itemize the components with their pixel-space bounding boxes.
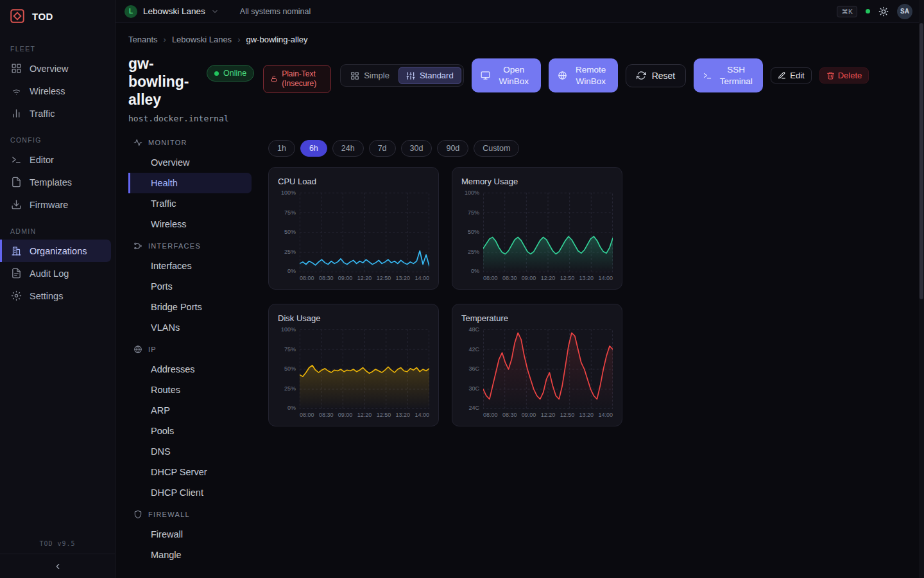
device-nav-item-mangle[interactable]: Mangle [128,545,252,565]
time-range-1h[interactable]: 1h [268,140,295,157]
sidebar-item-firmware[interactable]: Firmware [0,193,111,216]
sidebar-section-admin: ADMIN [10,227,105,235]
command-palette-shortcut[interactable]: ⌘K [837,6,857,17]
chart-x-axis: 08:0008:3009:0012:2012:5013:2014:00 [483,275,613,281]
view-mode-standard[interactable]: Standard [398,67,461,84]
delete-button[interactable]: Delete [819,67,869,83]
breadcrumb-item-tenants[interactable]: Tenants [128,35,158,44]
time-range-custom[interactable]: Custom [474,140,519,157]
device-nav-item-dhcp-client[interactable]: DHCP Client [128,482,252,503]
time-range-24h[interactable]: 24h [332,140,364,157]
globe-icon [133,345,142,354]
download-icon [11,199,22,210]
shield-icon [133,510,142,519]
doc-icon [11,268,22,279]
sidebar-item-label: Wireless [30,86,65,96]
refresh-icon [637,71,646,80]
time-range-6h[interactable]: 6h [300,140,327,157]
time-range-30d[interactable]: 30d [401,140,432,157]
device-nav-item-dhcp-server[interactable]: DHCP Server [128,462,252,482]
edit-button[interactable]: Edit [771,67,811,83]
tenant-selector[interactable]: Lebowski Lanes [143,6,205,16]
chart-title: Disk Usage [278,313,429,323]
scrollbar-thumb[interactable] [920,23,923,299]
device-nav-item-routes[interactable]: Routes [128,380,252,400]
health-status-dot [866,9,870,13]
sidebar-collapse-button[interactable] [0,554,115,578]
device-nav-item-traffic[interactable]: Traffic [128,193,252,214]
device-nav-section-firewall: FIREWALL [128,503,252,524]
chart-card-memory-usage: Memory Usage100%75%50%25%0%08:0008:3009:… [452,167,622,290]
page-scrollbar[interactable] [919,0,924,578]
chart-y-axis: 48C42C36C30C24C [461,326,483,411]
app-root: { "app": { "name": "TOD", "version": "TO… [0,0,924,578]
chart-title: Memory Usage [461,177,613,186]
breadcrumb-item-lebowski-lanes[interactable]: Lebowski Lanes [172,35,232,44]
ssh-terminal-button[interactable]: SSH Terminal [694,58,763,92]
device-nav-item-arp[interactable]: ARP [128,400,252,421]
view-mode-simple[interactable]: Simple [343,67,397,84]
app-name: TOD [32,11,53,22]
device-nav-item-wireless[interactable]: Wireless [128,214,252,234]
device-nav-item-interfaces[interactable]: Interfaces [128,256,252,276]
sidebar-item-wireless[interactable]: Wireless [0,80,111,102]
security-warning-label: Plain-Text (Insecure) [282,69,324,89]
charts-column: 1h6h24h7d30d90dCustom CPU Load100%75%50%… [268,131,622,565]
device-nav-item-firewall[interactable]: Firewall [128,524,252,545]
sidebar-item-audit-log[interactable]: Audit Log [0,262,111,285]
sidebar-item-templates[interactable]: Templates [0,171,111,193]
theme-toggle-sun-icon[interactable] [878,6,889,17]
device-nav-item-bridge-ports[interactable]: Bridge Ports [128,297,252,317]
sidebar-item-settings[interactable]: Settings [0,285,111,307]
user-avatar[interactable]: SA [897,4,912,19]
chart-y-axis: 100%75%50%25%0% [461,189,483,274]
topbar-left: L Lebowski Lanes All systems nominal [124,5,311,18]
device-nav-item-dns[interactable]: DNS [128,441,252,462]
sidebar-item-traffic[interactable]: Traffic [0,102,111,125]
sidebar-section-config: CONFIG [10,136,105,144]
chart-canvas [483,329,613,409]
chart-card-disk-usage: Disk Usage100%75%50%25%0%08:0008:3009:00… [268,304,439,426]
security-warning-badge: Plain-Text (Insecure) [263,65,331,93]
device-nav-item-health[interactable]: Health [128,173,252,193]
chart-x-axis: 08:0008:3009:0012:2012:5013:2014:00 [300,275,429,281]
content: Tenants›Lebowski Lanes›gw-bowling-alley … [116,23,924,578]
chart-card-temperature: Temperature48C42C36C30C24C08:0008:3009:0… [452,304,622,426]
chart-x-axis: 08:0008:3009:0012:2012:5013:2014:00 [300,412,429,418]
pulse-icon [133,138,142,147]
chart-canvas [300,329,429,409]
device-nav-section-ip: IP [128,338,252,359]
device-nav-item-ports[interactable]: Ports [128,276,252,297]
device-nav-item-addresses[interactable]: Addresses [128,359,252,380]
chevron-down-icon[interactable] [211,8,219,15]
remote-winbox-button[interactable]: Remote WinBox [549,58,618,92]
device-nav-item-pools[interactable]: Pools [128,421,252,441]
device-nav-item-overview[interactable]: Overview [128,152,252,173]
sidebar-item-label: Traffic [30,109,55,119]
chart-plot: 08:0008:3009:0012:2012:5013:2014:00 [483,193,613,281]
device-nav-section-monitor: MONITOR [128,131,252,152]
device-body: MONITOROverviewHealthTrafficWirelessINTE… [128,131,909,565]
file-icon [11,177,22,188]
view-mode-toggle: Simple Standard [340,64,464,87]
wifi-icon [11,85,22,96]
unlock-icon [270,75,278,83]
pencil-icon [778,71,786,80]
device-title-block: gw-bowling-alley host.docker.internal [128,55,205,123]
time-range-7d[interactable]: 7d [369,140,396,157]
time-range-90d[interactable]: 90d [437,140,468,157]
terminal-icon [11,154,22,165]
breadcrumb-item-gw-bowling-alley: gw-bowling-alley [246,35,307,44]
device-header: gw-bowling-alley host.docker.internal On… [128,55,909,123]
chart-icon [11,108,22,119]
sidebar-item-organizations[interactable]: Organizations [0,240,111,262]
open-winbox-button[interactable]: Open WinBox [472,58,541,92]
gear-icon [11,290,22,301]
reset-button[interactable]: Reset [626,64,687,87]
sidebar-item-label: Templates [30,177,72,188]
app-logo-icon [9,8,26,24]
device-nav-item-vlans[interactable]: VLANs [128,317,252,338]
chart-canvas [300,193,429,272]
sidebar-item-overview[interactable]: Overview [0,57,111,80]
sidebar-item-editor[interactable]: Editor [0,148,111,171]
